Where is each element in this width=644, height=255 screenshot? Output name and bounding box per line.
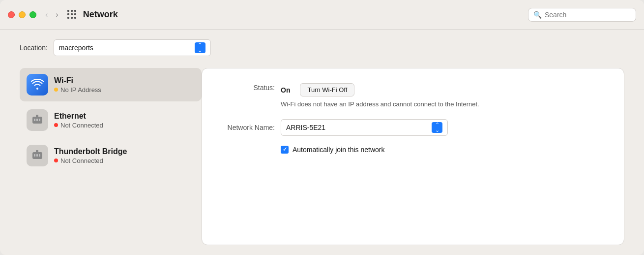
svg-rect-7 (34, 154, 35, 157)
wifi-icon (31, 79, 44, 90)
minimize-button[interactable] (19, 11, 26, 18)
title-bar: ‹ › Network 🔍 (0, 0, 644, 30)
grid-dot (74, 10, 76, 12)
wifi-icon-bg (27, 74, 48, 96)
grid-dot (71, 17, 73, 19)
network-name-row: Network Name: ARRIS-5E21 ⌃ ⌄ (222, 119, 604, 136)
thunderbolt-icon (31, 150, 44, 161)
back-button[interactable]: ‹ (42, 9, 51, 20)
grid-dot (71, 10, 73, 12)
search-bar[interactable]: 🔍 (528, 8, 636, 22)
svg-rect-11 (37, 152, 37, 154)
location-select[interactable]: macreports ⌃ ⌄ (54, 39, 211, 56)
status-value-row: On Turn Wi-Fi Off (281, 83, 604, 96)
location-label: Location: (20, 44, 48, 52)
status-label: Status: (222, 83, 281, 92)
thunderbolt-icon-bg (27, 145, 48, 166)
ethernet-status-text: Not Connected (60, 122, 103, 129)
main-panel: Wi-Fi No IP Address (20, 68, 624, 245)
search-input[interactable] (545, 11, 631, 19)
nav-buttons: ‹ › (42, 9, 61, 20)
svg-rect-5 (37, 117, 37, 119)
location-row: Location: macreports ⌃ ⌄ (20, 39, 624, 56)
window-title: Network (83, 9, 528, 20)
ethernet-status: Not Connected (54, 122, 103, 129)
grid-dot (74, 13, 76, 15)
svg-rect-8 (36, 154, 38, 157)
thunderbolt-status-dot (54, 159, 58, 162)
search-icon: 🔍 (533, 11, 542, 19)
auto-join-checkbox[interactable] (281, 146, 289, 154)
traffic-lights (8, 11, 36, 18)
sidebar-item-wifi[interactable]: Wi-Fi No IP Address (20, 68, 202, 101)
ethernet-info: Ethernet Not Connected (54, 112, 103, 129)
network-name-arrows-icon: ⌃ ⌄ (432, 122, 442, 133)
close-button[interactable] (8, 11, 15, 18)
ethernet-name: Ethernet (54, 112, 103, 121)
svg-rect-1 (34, 119, 35, 121)
network-name-label: Network Name: (222, 124, 281, 131)
svg-rect-2 (36, 119, 38, 121)
forward-button[interactable]: › (53, 9, 61, 20)
auto-join-row: Automatically join this network (222, 146, 604, 154)
content: Location: macreports ⌃ ⌄ (0, 30, 644, 255)
network-name-select[interactable]: ARRIS-5E21 ⌃ ⌄ (281, 119, 448, 136)
maximize-button[interactable] (29, 11, 36, 18)
wifi-status: No IP Address (54, 86, 101, 94)
grid-dot (67, 17, 69, 19)
grid-dot (67, 13, 69, 15)
status-value: On (281, 86, 290, 94)
grid-dot (67, 10, 69, 12)
location-value: macreports (59, 44, 93, 52)
thunderbolt-status-text: Not Connected (60, 157, 103, 164)
network-name-value: ARRIS-5E21 (286, 124, 325, 131)
svg-rect-3 (39, 119, 40, 121)
turn-wifi-off-button[interactable]: Turn Wi-Fi Off (300, 83, 354, 96)
grid-dot (71, 13, 73, 15)
ethernet-icon-bg (27, 109, 48, 131)
sidebar-item-ethernet[interactable]: Ethernet Not Connected (20, 103, 202, 137)
thunderbolt-info: Thunderbolt Bridge Not Connected (54, 147, 127, 164)
location-select-arrows-icon: ⌃ ⌄ (195, 42, 205, 53)
thunderbolt-status: Not Connected (54, 157, 127, 164)
wifi-status-dot (54, 88, 58, 92)
ethernet-icon (31, 115, 44, 126)
wifi-status-text: No IP Address (60, 86, 101, 94)
sidebar: Wi-Fi No IP Address (20, 68, 202, 245)
detail-panel: Status: On Turn Wi-Fi Off Wi-Fi does not… (202, 68, 624, 245)
sidebar-item-thunderbolt[interactable]: Thunderbolt Bridge Not Connected (20, 139, 202, 172)
status-row: Status: On Turn Wi-Fi Off Wi-Fi does not… (222, 83, 604, 109)
window: ‹ › Network 🔍 Location: macreports (0, 0, 644, 255)
status-content: On Turn Wi-Fi Off Wi-Fi does not have an… (281, 83, 604, 109)
thunderbolt-name: Thunderbolt Bridge (54, 147, 127, 156)
auto-join-label: Automatically join this network (293, 146, 385, 154)
apps-grid-icon[interactable] (67, 10, 77, 20)
svg-rect-9 (39, 154, 40, 157)
wifi-name: Wi-Fi (54, 76, 101, 85)
grid-dot (74, 17, 76, 19)
wifi-info: Wi-Fi No IP Address (54, 76, 101, 94)
ethernet-status-dot (54, 123, 58, 127)
status-description: Wi-Fi does not have an IP address and ca… (281, 99, 527, 109)
